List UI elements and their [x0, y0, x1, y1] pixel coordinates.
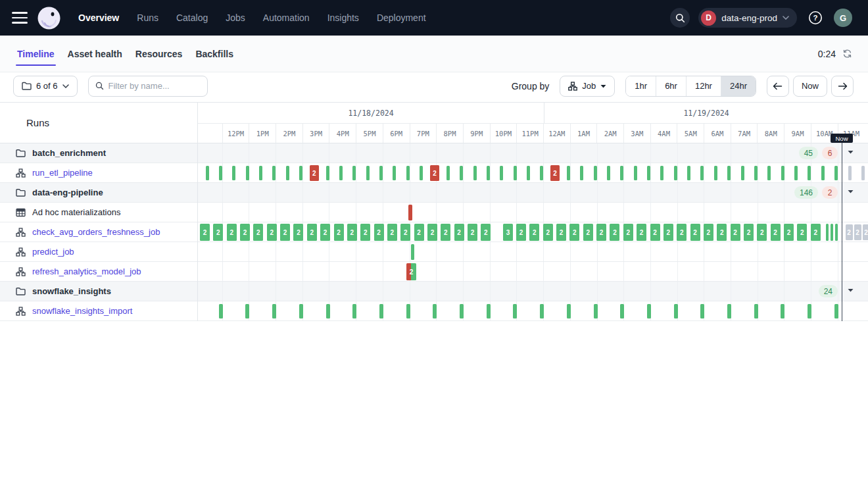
run-tick[interactable] — [834, 166, 838, 180]
run-tick[interactable] — [513, 304, 517, 318]
search-button[interactable] — [670, 8, 690, 28]
run-batch-box[interactable]: 2 — [227, 224, 237, 241]
run-batch-box[interactable]: 2 — [253, 224, 263, 241]
run-tick[interactable] — [848, 166, 852, 180]
run-tick[interactable] — [861, 166, 865, 180]
range-24hr[interactable]: 24hr — [721, 76, 756, 96]
row-name[interactable]: refresh_analytics_model_job — [32, 267, 141, 276]
run-tick[interactable] — [727, 166, 731, 180]
run-batch-box[interactable]: 2 — [543, 224, 553, 241]
run-tick[interactable] — [714, 166, 717, 180]
run-tick[interactable] — [408, 205, 412, 220]
range-12hr[interactable]: 12hr — [686, 76, 721, 96]
run-tick[interactable] — [514, 166, 517, 180]
run-tick[interactable] — [826, 224, 829, 241]
run-tick[interactable] — [700, 304, 704, 318]
menu-icon[interactable] — [12, 12, 28, 24]
run-batch-box[interactable]: 2 — [569, 224, 579, 241]
tab-asset-health[interactable]: Asset health — [66, 36, 124, 72]
range-1hr[interactable]: 1hr — [626, 76, 656, 96]
run-tick[interactable] — [567, 304, 571, 318]
run-tick[interactable] — [232, 166, 235, 180]
run-tick[interactable] — [700, 166, 704, 180]
deployment-switcher[interactable]: D data-eng-prod — [698, 8, 797, 28]
run-tick[interactable] — [831, 224, 833, 241]
run-batch-box[interactable]: 2 — [731, 224, 740, 241]
run-batch-box[interactable]: 2 — [596, 224, 606, 241]
run-batch-box[interactable]: 2 — [690, 224, 700, 241]
run-tick[interactable] — [473, 166, 477, 180]
run-tick[interactable] — [647, 166, 650, 180]
run-tick[interactable] — [808, 304, 811, 318]
run-tick[interactable] — [299, 304, 303, 318]
run-tick[interactable] — [781, 166, 784, 180]
expand-caret-icon[interactable] — [848, 150, 854, 154]
run-batch-box[interactable]: 2 — [623, 224, 633, 241]
run-batch-box[interactable]: 2 — [200, 224, 210, 241]
run-batch-box[interactable]: 2 — [406, 263, 416, 280]
run-tick[interactable] — [567, 166, 570, 180]
timeline-now-button[interactable]: Now — [793, 76, 827, 97]
run-batch-box[interactable]: 2 — [334, 224, 344, 241]
run-tick[interactable] — [219, 304, 223, 318]
help-button[interactable]: ? — [806, 8, 825, 28]
nav-item-automation[interactable]: Automation — [259, 9, 314, 27]
dagster-logo-icon[interactable] — [37, 6, 61, 30]
run-batch-box[interactable]: 2 — [744, 224, 754, 241]
run-tick[interactable] — [326, 304, 330, 318]
run-tick[interactable] — [259, 166, 262, 180]
timeline-forward-button[interactable] — [831, 76, 854, 97]
run-tick[interactable] — [741, 166, 744, 180]
failure-count-badge[interactable]: 6 — [822, 147, 838, 159]
run-tick[interactable] — [674, 166, 677, 180]
run-batch-box[interactable]: 2 — [213, 224, 223, 241]
nav-item-jobs[interactable]: Jobs — [222, 9, 249, 27]
run-tick[interactable] — [299, 166, 302, 180]
row-name[interactable]: snowflake_insights_import — [32, 306, 132, 316]
group-by-select[interactable]: Job — [560, 76, 615, 97]
run-tick[interactable] — [460, 304, 464, 318]
nav-item-catalog[interactable]: Catalog — [172, 9, 212, 27]
run-batch-box[interactable]: 2 — [846, 224, 853, 240]
run-batch-box[interactable]: 2 — [387, 224, 397, 241]
run-batch-box[interactable]: 2 — [704, 224, 713, 241]
run-tick[interactable] — [245, 304, 249, 318]
success-count-badge[interactable]: 146 — [794, 186, 818, 199]
run-batch-box[interactable]: 2 — [854, 224, 861, 240]
run-tick[interactable] — [411, 244, 414, 260]
run-batch-box[interactable]: 2 — [280, 224, 290, 241]
run-tick[interactable] — [647, 304, 651, 318]
run-tick[interactable] — [500, 166, 503, 180]
run-tick[interactable] — [527, 166, 530, 180]
failure-count-badge[interactable]: 2 — [822, 186, 838, 199]
run-batch-box[interactable]: 2 — [441, 224, 450, 241]
run-tick[interactable] — [687, 166, 690, 180]
run-tick[interactable] — [406, 304, 410, 318]
range-6hr[interactable]: 6hr — [656, 76, 686, 96]
run-batch-box[interactable]: 2 — [863, 224, 868, 240]
run-tick[interactable] — [767, 166, 771, 180]
run-tick[interactable] — [487, 166, 490, 180]
run-tick[interactable] — [540, 166, 543, 180]
run-tick[interactable] — [352, 304, 356, 318]
run-batch-box[interactable]: 2 — [811, 224, 821, 241]
run-batch-box[interactable]: 2 — [637, 224, 646, 241]
run-tick[interactable] — [366, 166, 370, 180]
run-batch-box[interactable]: 2 — [663, 224, 673, 241]
run-batch-box[interactable]: 2 — [414, 224, 424, 241]
expand-caret-icon[interactable] — [848, 190, 854, 193]
name-filter-input[interactable] — [108, 81, 201, 91]
run-tick[interactable] — [834, 304, 838, 318]
run-tick[interactable] — [272, 166, 276, 180]
run-tick[interactable] — [352, 166, 356, 180]
tab-timeline[interactable]: Timeline — [16, 36, 56, 72]
run-tick[interactable] — [246, 166, 249, 180]
run-tick[interactable] — [379, 304, 383, 318]
run-tick[interactable] — [835, 224, 838, 241]
run-batch-box[interactable]: 2 — [677, 224, 687, 241]
run-batch-box[interactable]: 2 — [454, 224, 464, 241]
run-tick[interactable] — [794, 166, 798, 180]
run-batch-box[interactable]: 3 — [503, 224, 513, 241]
tab-resources[interactable]: Resources — [134, 36, 184, 72]
run-tick[interactable] — [634, 166, 637, 180]
